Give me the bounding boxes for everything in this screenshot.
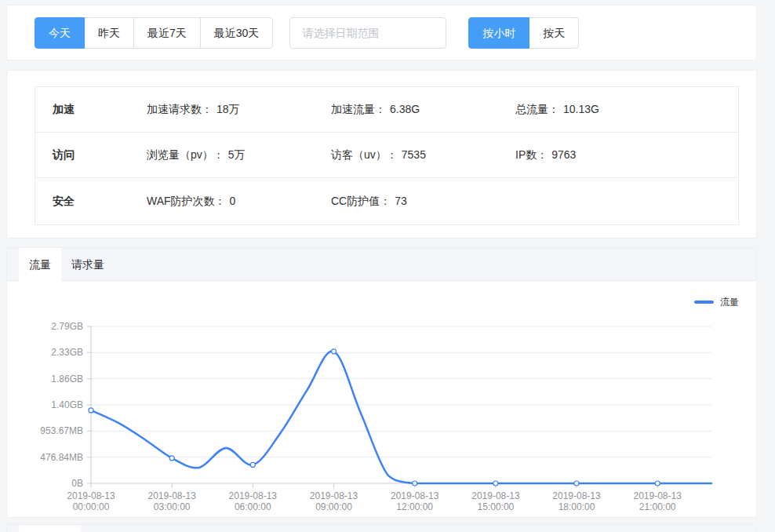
- data-point-marker: [89, 408, 93, 413]
- metric-value: 6.38G: [390, 103, 420, 115]
- metric-value: 10.13G: [563, 103, 599, 115]
- x-axis-label-date: 2019-08-13: [229, 490, 278, 501]
- metric-name: 访客（uv）：: [331, 148, 398, 161]
- bottom-panel-active-tab[interactable]: [19, 525, 81, 532]
- y-axis-label: 1.86GB: [51, 373, 83, 384]
- stats-card: 加速 加速请求数：18万 加速流量：6.38G 总流量：10.13G 访问 浏览…: [6, 70, 757, 239]
- stats-table: 加速 加速请求数：18万 加速流量：6.38G 总流量：10.13G 访问 浏览…: [35, 86, 739, 225]
- x-axis-label-time: 09:00:00: [315, 501, 352, 512]
- x-axis-label-time: 00:00:00: [73, 501, 110, 512]
- x-axis-label-date: 2019-08-13: [634, 490, 682, 501]
- metric-waf-count: WAF防护次数：0: [147, 195, 331, 209]
- y-axis-label: 2.33GB: [51, 347, 83, 358]
- granularity-button-hourly[interactable]: 按小时: [468, 17, 529, 49]
- x-axis-label-date: 2019-08-13: [67, 490, 115, 501]
- tab-traffic[interactable]: 流量: [19, 248, 61, 282]
- granularity-button-daily[interactable]: 按天: [529, 17, 579, 49]
- legend-label: 流量: [720, 296, 739, 309]
- traffic-line-chart[interactable]: 0B476.84MB953.67MB1.40GB1.86GB2.33GB2.79…: [7, 312, 752, 516]
- range-button-yesterday[interactable]: 昨天: [84, 17, 134, 49]
- metric-pageviews: 浏览量（pv）：5万: [147, 148, 331, 162]
- stat-row-visits: 访问 浏览量（pv）：5万 访客（uv）：7535 IP数：9763: [35, 133, 738, 178]
- range-button-last30days[interactable]: 最近30天: [200, 17, 274, 49]
- metric-value: 73: [395, 195, 407, 207]
- stat-row-acceleration: 加速 加速请求数：18万 加速流量：6.38G 总流量：10.13G: [35, 87, 738, 133]
- y-axis-label: 1.40GB: [51, 399, 83, 410]
- metric-total-traffic: 总流量：10.13G: [515, 103, 700, 117]
- metric-value: 7535: [402, 148, 426, 161]
- x-axis-label-date: 2019-08-13: [391, 490, 439, 501]
- metric-accel-traffic: 加速流量：6.38G: [331, 103, 515, 117]
- data-point-marker: [413, 481, 417, 486]
- x-axis-label-time: 06:00:00: [235, 501, 271, 512]
- range-button-today[interactable]: 今天: [35, 17, 85, 49]
- data-point-marker: [332, 349, 337, 354]
- data-point-marker: [655, 481, 660, 486]
- chart-tabs: 流量 请求量: [7, 248, 756, 281]
- granularity-button-group: 按小时 按天: [468, 17, 579, 49]
- x-axis-label-date: 2019-08-13: [148, 490, 197, 501]
- metric-name: WAF防护次数：: [147, 195, 226, 207]
- date-range-input[interactable]: [289, 17, 446, 49]
- y-axis-label: 953.67MB: [40, 425, 83, 436]
- x-axis-label-time: 15:00:00: [478, 501, 515, 512]
- data-point-marker: [250, 462, 255, 467]
- metric-name: 总流量：: [515, 103, 559, 115]
- metric-name: CC防护值：: [331, 195, 391, 207]
- stat-row-label: 访问: [35, 148, 147, 162]
- metric-value: 9763: [551, 148, 576, 161]
- metric-value: 0: [230, 195, 236, 207]
- metric-name: IP数：: [515, 148, 548, 161]
- stat-row-security: 安全 WAF防护次数：0 CC防护值：73: [35, 178, 738, 224]
- metric-cc-value: CC防护值：73: [331, 195, 515, 209]
- metric-name: 加速流量：: [331, 103, 386, 115]
- y-axis-label: 2.79GB: [51, 321, 83, 332]
- bottom-panel-tabs: [7, 525, 756, 532]
- metric-value: 18万: [216, 103, 240, 115]
- toolbar-card: 今天 昨天 最近7天 最近30天 按小时 按天: [6, 5, 757, 60]
- x-axis-label-date: 2019-08-13: [471, 490, 520, 501]
- x-axis-label-time: 03:00:00: [154, 501, 191, 512]
- tab-requests[interactable]: 请求量: [61, 248, 115, 282]
- x-axis-label-time: 18:00:00: [559, 501, 595, 512]
- y-axis-label: 0B: [71, 478, 83, 489]
- metric-value: 5万: [228, 148, 246, 161]
- data-point-marker: [169, 456, 174, 461]
- data-point-marker: [493, 481, 498, 486]
- metric-accel-requests: 加速请求数：18万: [147, 103, 331, 117]
- bottom-panel: [6, 524, 757, 532]
- x-axis-label-date: 2019-08-13: [310, 490, 358, 501]
- x-axis-label-time: 12:00:00: [396, 501, 433, 512]
- metric-visitors: 访客（uv）：7535: [331, 148, 515, 162]
- stat-row-label: 安全: [35, 195, 147, 209]
- stat-row-label: 加速: [35, 103, 147, 117]
- metric-name: 加速请求数：: [147, 103, 213, 115]
- metric-ip-count: IP数：9763: [515, 148, 700, 162]
- data-point-marker: [574, 481, 579, 486]
- x-axis-label-time: 21:00:00: [639, 501, 676, 512]
- y-axis-label: 476.84MB: [40, 452, 83, 463]
- legend-item-traffic[interactable]: 流量: [694, 296, 739, 309]
- x-axis-label-date: 2019-08-13: [552, 490, 601, 501]
- metric-name: 浏览量（pv）：: [147, 148, 224, 161]
- traffic-series-line: [91, 351, 711, 483]
- legend-line-swatch: [694, 301, 714, 304]
- chart-card: 流量 请求量 流量 0B476.84MB953.67MB1.40GB1.86GB…: [6, 247, 757, 518]
- date-range-button-group: 今天 昨天 最近7天 最近30天: [35, 17, 273, 49]
- range-button-last7days[interactable]: 最近7天: [133, 17, 201, 49]
- chart-legend: 流量: [7, 292, 756, 312]
